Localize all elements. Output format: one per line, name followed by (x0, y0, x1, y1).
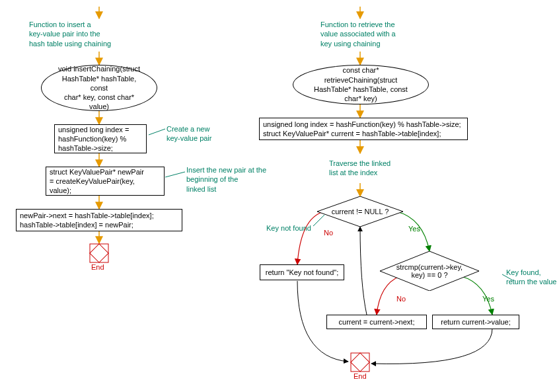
node-return-value: return current->value; (432, 315, 519, 329)
flowchart-edges (0, 0, 559, 392)
label-dec1-yes: Yes (408, 225, 420, 233)
label-dec2-no: No (396, 295, 406, 303)
node-insert-index: unsigned long index =hashFunction(key) %… (54, 124, 147, 153)
node-insert-signature: void insertChaining(structHashTable* has… (41, 65, 157, 111)
svg-rect-17 (351, 353, 369, 372)
end-label-left: End (91, 263, 104, 271)
comment-key-not-found: Key not found (266, 223, 311, 233)
decision-strcmp: strcmp(current->key,key) == 0 ? (380, 251, 479, 291)
node-retrieve-init: unsigned long index = hashFunction(key) … (259, 118, 468, 140)
comment-key-found: Key found,return the value (506, 268, 556, 287)
end-label-right: End (354, 372, 367, 380)
node-insert-link: newPair->next = hashTable->table[index];… (16, 209, 182, 231)
label-dec2-yes: Yes (482, 295, 494, 303)
comment-insert-head: Insert the new pair at thebeginning of t… (186, 165, 266, 194)
svg-line-6 (149, 129, 165, 135)
node-create-pair: struct KeyValuePair* newPair= createKeyV… (46, 167, 165, 196)
comment-insert-fn: Function to insert akey-value pair into … (29, 20, 111, 48)
comment-traverse: Traverse the linkedlist at the index (329, 159, 391, 178)
node-retrieve-signature: const char* retrieveChaining(structHashT… (293, 65, 429, 104)
comment-create-pair: Create a newkey-value pair (167, 124, 211, 143)
decision-current-null: current != NULL ? (317, 196, 403, 227)
comment-retrieve-fn: Function to retrieve thevalue associated… (320, 20, 396, 48)
svg-rect-15 (90, 244, 108, 262)
node-return-notfound: return "Key not found"; (260, 264, 344, 280)
node-advance-current: current = current->next; (326, 315, 427, 329)
label-dec1-no: No (324, 229, 333, 237)
svg-line-7 (165, 172, 185, 177)
